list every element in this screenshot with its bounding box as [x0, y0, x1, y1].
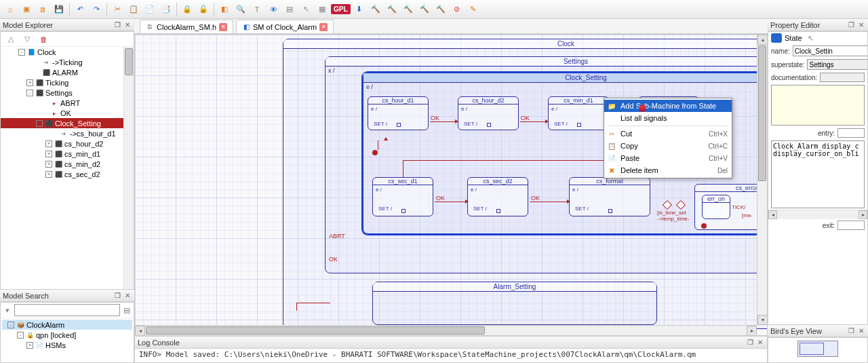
- scroll-left-icon[interactable]: ◂: [768, 210, 777, 219]
- tree-toggle[interactable]: +: [45, 151, 52, 157]
- close-icon[interactable]: ✕: [123, 21, 132, 29]
- exit-field[interactable]: [837, 221, 865, 230]
- dropdown-icon[interactable]: ▾: [2, 305, 13, 316]
- entry-field[interactable]: [837, 128, 865, 138]
- hammer3-icon[interactable]: 🔨: [401, 2, 416, 17]
- prop-hscroll[interactable]: ◂ ▸: [768, 210, 867, 219]
- doc-icon[interactable]: 🗎: [35, 2, 50, 17]
- state-cs_sec_d2[interactable]: cs_sec_d2 e / SET /: [467, 177, 528, 216]
- tree-item[interactable]: +⬛cs_min_d1: [1, 149, 134, 159]
- tree-item[interactable]: ▸OK: [1, 108, 134, 118]
- entry-code-textarea[interactable]: Clock_Alarm_display_c display_cursor_on_…: [771, 140, 865, 208]
- menu-item[interactable]: List all signals: [604, 112, 732, 124]
- state-cs_sec_d1[interactable]: cs_sec_d1 e / SET /: [372, 177, 433, 216]
- tree-item[interactable]: +⬛Ticking: [1, 77, 134, 88]
- tri-down-icon[interactable]: ▽: [20, 32, 35, 47]
- log-output[interactable]: INFO> Model saved: C:\Users\nieki\OneDri…: [135, 349, 767, 362]
- bird-minimap[interactable]: [797, 341, 838, 357]
- tree-toggle[interactable]: -: [36, 120, 43, 127]
- hammer5-icon[interactable]: 🔨: [433, 2, 448, 17]
- paste-icon[interactable]: 📄: [142, 2, 157, 17]
- scroll-right-icon[interactable]: ▸: [747, 326, 757, 336]
- tree-item[interactable]: +⬛cs_hour_d2: [1, 138, 134, 149]
- doc-field[interactable]: [820, 73, 865, 82]
- tree-toggle[interactable]: +: [45, 161, 52, 168]
- copy-icon[interactable]: 📋: [126, 2, 141, 17]
- restore-icon[interactable]: ❐: [847, 21, 855, 29]
- menu-item[interactable]: ✂CutCtrl+X: [604, 128, 732, 140]
- palette-icon[interactable]: ◧: [217, 2, 232, 17]
- search-item[interactable]: -🔒qpn [locked]: [2, 330, 132, 340]
- context-menu[interactable]: 📁Add Sub-Machine from StateList all sign…: [604, 98, 732, 178]
- tree-toggle[interactable]: +: [26, 79, 33, 86]
- search-item[interactable]: -📦ClockAlarm: [2, 320, 132, 330]
- save-icon[interactable]: 💾: [52, 2, 66, 17]
- home-icon[interactable]: ⌂: [3, 2, 18, 17]
- download-icon[interactable]: ⬇: [352, 2, 367, 17]
- hammer4-icon[interactable]: 🔨: [417, 2, 432, 17]
- tab-statemachine[interactable]: ◧ SM of Clock_Alarm ✕: [236, 20, 334, 33]
- doc-textarea[interactable]: [771, 85, 865, 126]
- state-alarm-setting[interactable]: Alarm_Setting: [372, 282, 657, 325]
- close-tab-icon[interactable]: ✕: [219, 23, 227, 31]
- menu-item[interactable]: ✖Delete itemDel: [604, 164, 732, 176]
- state-cs_min_d1[interactable]: cs_min_d1 e / SET /: [548, 96, 609, 130]
- search-item[interactable]: +📄HSMs: [2, 340, 132, 350]
- pointer-icon[interactable]: ↖: [808, 34, 814, 43]
- state-cs_hour_d2[interactable]: cs_hour_d2 e / SET /: [458, 96, 519, 130]
- tree-item[interactable]: ▸ABRT: [1, 98, 134, 108]
- tree-item[interactable]: +⬛cs_min_d2: [1, 159, 134, 169]
- restore-icon[interactable]: ❐: [113, 292, 121, 300]
- unlock-icon[interactable]: 🔓: [196, 2, 211, 17]
- eye-icon[interactable]: 👁: [266, 2, 281, 17]
- tree-item[interactable]: -📘Clock: [1, 47, 134, 57]
- birds-eye-panel[interactable]: [768, 337, 868, 363]
- state-err-on[interactable]: err_on: [702, 195, 730, 219]
- new-icon[interactable]: ▣: [19, 2, 34, 17]
- browse-icon[interactable]: ▤: [121, 305, 132, 316]
- menu-item[interactable]: 📋CopyCtrl+C: [604, 140, 732, 152]
- close-icon[interactable]: ✕: [756, 339, 764, 347]
- tab-header-file[interactable]: 🗎 ClockAlarm_SM.h ✕: [140, 20, 233, 33]
- state-cs_hour_d1[interactable]: cs_hour_d1 e / SET /: [368, 96, 429, 130]
- name-input[interactable]: [793, 45, 868, 56]
- horizontal-scrollbar[interactable]: ◂ ▸: [135, 325, 757, 335]
- text-icon[interactable]: T: [250, 2, 264, 17]
- paste-special-icon[interactable]: 📑: [159, 2, 174, 17]
- tree-item[interactable]: ⬛ALARM: [1, 67, 134, 77]
- tree-item[interactable]: -⬛Settings: [1, 88, 134, 98]
- tri-up-icon[interactable]: △: [3, 32, 18, 47]
- state-cs_format[interactable]: cs_format e / SET /: [569, 177, 650, 216]
- restore-icon[interactable]: ❐: [746, 339, 754, 347]
- tree-item[interactable]: +⬛cs_sec_d2: [1, 169, 134, 179]
- tree-toggle[interactable]: -: [17, 332, 24, 339]
- scroll-down-icon[interactable]: ▾: [757, 315, 768, 325]
- tree-toggle[interactable]: -: [18, 49, 25, 56]
- scroll-right-icon[interactable]: ▸: [859, 210, 867, 219]
- undo-icon[interactable]: ↶: [73, 2, 87, 17]
- pointer-icon[interactable]: ↖: [298, 2, 313, 17]
- hammer1-icon[interactable]: 🔨: [368, 2, 383, 17]
- lock-icon[interactable]: 🔒: [180, 2, 195, 17]
- restore-icon[interactable]: ❐: [113, 21, 121, 29]
- close-icon[interactable]: ✕: [123, 292, 132, 300]
- tree-toggle[interactable]: -: [26, 90, 33, 96]
- menu-item[interactable]: 📄PasteCtrl+V: [604, 152, 732, 164]
- scroll-left-icon[interactable]: ◂: [135, 326, 145, 336]
- restore-icon[interactable]: ❐: [847, 327, 855, 335]
- tree-toggle[interactable]: +: [45, 171, 52, 178]
- form-icon[interactable]: ▤: [282, 2, 297, 17]
- tree-item[interactable]: ➜->cs_hour_d1: [1, 128, 134, 138]
- tree-toggle[interactable]: -: [7, 322, 14, 328]
- tree-item[interactable]: -⬛Clock_Setting: [1, 118, 134, 128]
- stop-icon[interactable]: ⊘: [450, 2, 465, 17]
- tree-toggle[interactable]: +: [45, 140, 52, 147]
- tree-toggle[interactable]: +: [26, 342, 33, 349]
- redo-icon[interactable]: ↷: [89, 2, 104, 17]
- hammer2-icon[interactable]: 🔨: [384, 2, 399, 17]
- search-input[interactable]: [14, 304, 120, 316]
- close-icon[interactable]: ✕: [857, 21, 865, 29]
- model-tree[interactable]: -📘Clock➜->Ticking⬛ALARM+⬛Ticking-⬛Settin…: [1, 47, 134, 289]
- diagram-canvas[interactable]: Clock Settings x / Clock_Setting e / cs_…: [134, 34, 768, 336]
- tree-item[interactable]: ➜->Ticking: [1, 57, 134, 67]
